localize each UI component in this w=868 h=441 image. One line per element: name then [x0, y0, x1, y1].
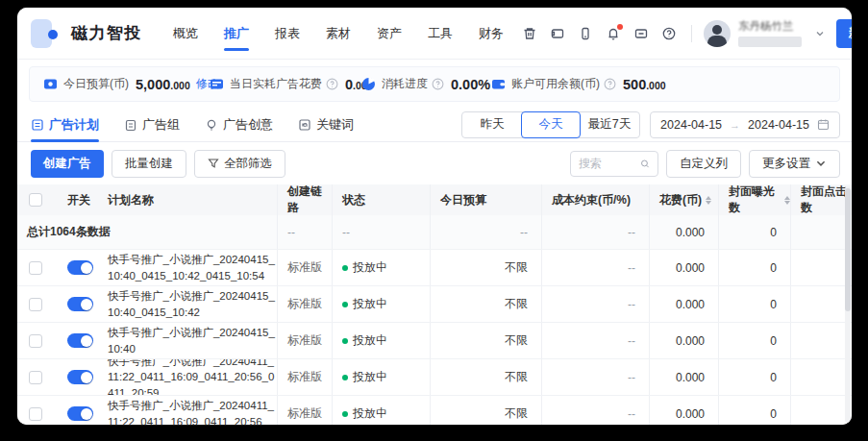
new-ad-button[interactable]: 新建广告	[836, 25, 852, 41]
stat-label: 账户可用余额(币)	[511, 76, 600, 92]
plan-toggle-on[interactable]	[67, 406, 93, 421]
row-checkbox[interactable]	[29, 371, 42, 384]
status-dot	[342, 302, 348, 307]
app-window: 磁力智投 概览 推广 报表 素材 资产 工具 财务	[17, 8, 852, 425]
preset-today[interactable]: 今天	[521, 111, 581, 138]
info-icon[interactable]	[326, 78, 338, 90]
stats-bar: 今日预算(币) 5,000.000 修改 当日实耗广告花费 0.000 消耗进度…	[29, 66, 840, 102]
plan-icon	[31, 118, 44, 132]
calendar-icon	[817, 118, 830, 131]
brand-name: 磁力智投	[71, 22, 142, 44]
search-box[interactable]	[570, 151, 658, 177]
stat-today-spend: 当日实耗广告花费 0.000	[210, 76, 361, 92]
status-dot	[342, 411, 348, 417]
screen-icon[interactable]	[550, 26, 565, 41]
message-icon[interactable]	[633, 26, 649, 41]
col-budget: 今日预算	[430, 184, 541, 215]
batch-create-button[interactable]: 批量创建	[112, 150, 186, 178]
more-settings-button[interactable]: 更多设置	[749, 150, 840, 178]
entity-tabs-row: 广告计划 广告组 广告创意 关键词 昨天 今天 最近7天 2024-04-15 …	[17, 108, 852, 142]
table-row: 快手号推广_小说推广_20240415_10:40_0415_10:42_041…	[17, 250, 852, 286]
status-dot	[342, 265, 348, 271]
plan-status: 投放中	[332, 286, 430, 322]
search-input[interactable]	[579, 157, 634, 170]
date-presets: 昨天 今天 最近7天	[461, 111, 640, 138]
info-icon[interactable]	[432, 78, 444, 90]
plan-status: 投放中	[332, 323, 430, 358]
vertical-scrollbar[interactable]	[845, 186, 851, 423]
row-checkbox[interactable]	[29, 407, 42, 421]
plan-name[interactable]: 快手号推广_小说推广_20240415_10:40_0415_10:42	[108, 288, 277, 319]
account-chevron-down-icon[interactable]	[815, 29, 825, 38]
nav-materials[interactable]: 素材	[320, 8, 357, 60]
stat-label: 当日实耗广告花费	[230, 76, 322, 92]
nav-assets[interactable]: 资产	[371, 8, 408, 60]
col-impressions[interactable]: 封面曝光数	[718, 184, 790, 215]
plan-name[interactable]: 快手号推广_小说推广_20240411_11:22_0411_16:09_041…	[108, 398, 277, 425]
custom-columns-button[interactable]: 自定义列	[666, 150, 741, 178]
date-range-picker[interactable]: 2024-04-15 → 2024-04-15	[650, 111, 840, 138]
account-info: 东丹杨竹兰	[738, 19, 802, 47]
select-all-checkbox[interactable]	[29, 193, 42, 207]
row-checkbox[interactable]	[29, 298, 42, 311]
row-checkbox[interactable]	[29, 261, 42, 275]
preset-yesterday[interactable]: 昨天	[462, 112, 522, 137]
toolbar-right: 自定义列 更多设置	[570, 150, 840, 178]
table-row: 快手号推广_小说推广_20240415_10:40 标准版 投放中 不限 -- …	[17, 323, 852, 359]
plan-name[interactable]: 快手号推广_小说推广_20240415_10:40	[108, 325, 277, 355]
nav-promotion[interactable]: 推广	[218, 8, 255, 60]
tab-keywords[interactable]: 关键词	[298, 108, 354, 142]
new-ad-split-button[interactable]: 新建广告	[836, 19, 852, 48]
notification-bell-icon[interactable]	[606, 26, 621, 41]
plan-toggle-on[interactable]	[67, 297, 93, 311]
mobile-icon[interactable]	[578, 26, 593, 41]
stat-label: 消耗进度	[382, 76, 428, 92]
clipboard-icon	[124, 118, 137, 132]
tab-ad-group[interactable]: 广告组	[124, 108, 180, 142]
nav-finance[interactable]: 财务	[473, 8, 509, 60]
nav-overview[interactable]: 概览	[167, 8, 204, 60]
col-cost: 成本约束(币/%)	[541, 184, 649, 215]
tab-ad-plan[interactable]: 广告计划	[31, 108, 99, 142]
action-toolbar: 创建广告 批量创建 全部筛选 自定义列 更多设置	[17, 142, 852, 184]
preset-last7days[interactable]: 最近7天	[580, 112, 639, 137]
col-spend[interactable]: 花费(币)	[649, 184, 718, 215]
plan-link: 标准版	[277, 323, 332, 358]
header-right: 东丹杨竹兰 新建广告	[509, 19, 852, 48]
account-name: 东丹杨竹兰	[738, 19, 802, 34]
date-filter: 昨天 今天 最近7天 2024-04-15 → 2024-04-15	[461, 111, 840, 138]
date-end: 2024-04-15	[748, 118, 809, 132]
plan-toggle-on[interactable]	[67, 370, 93, 384]
summary-label: 总计1064条数据	[17, 215, 277, 249]
filter-all-button[interactable]: 全部筛选	[194, 150, 285, 178]
plan-toggle-on[interactable]	[67, 260, 93, 275]
row-checkbox[interactable]	[29, 334, 42, 348]
col-status: 状态	[332, 184, 430, 215]
avatar[interactable]	[704, 20, 731, 47]
date-start: 2024-04-15	[660, 118, 722, 132]
status-dot	[342, 338, 348, 344]
table-row: 快手号推广_小说推广_20240411_11:22_0411_16:09_041…	[17, 396, 852, 425]
balance-wallet-icon	[491, 77, 506, 91]
plan-toggle-on[interactable]	[67, 333, 93, 348]
col-plan-name: 计划名称	[104, 184, 277, 215]
funnel-icon	[208, 158, 219, 169]
plan-name[interactable]: 快手号推广_小说推广_20240411_11:22_0411_16:09_041…	[108, 359, 277, 395]
tab-ad-creative[interactable]: 广告创意	[205, 108, 273, 142]
scrollbar-thumb[interactable]	[845, 188, 851, 311]
help-icon[interactable]	[661, 26, 677, 41]
create-ad-button[interactable]: 创建广告	[31, 150, 104, 178]
info-icon[interactable]	[604, 78, 616, 90]
plan-status: 投放中	[332, 250, 430, 285]
progress-pie-icon	[361, 77, 376, 91]
nav-tools[interactable]: 工具	[422, 8, 459, 60]
trash-icon[interactable]	[522, 26, 537, 41]
stat-progress: 消耗进度 0.00%	[361, 76, 491, 92]
search-icon	[640, 158, 650, 170]
plan-name[interactable]: 快手号推广_小说推广_20240415_10:40_0415_10:42_041…	[108, 252, 277, 282]
sort-icon[interactable]	[706, 196, 711, 205]
main-nav: 概览 推广 报表 素材 资产 工具 财务	[167, 8, 509, 60]
nav-reports[interactable]: 报表	[269, 8, 306, 60]
brand-logo-icon	[31, 19, 63, 48]
table-row: 快手号推广_小说推广_20240415_10:40_0415_10:42 标准版…	[17, 286, 852, 323]
